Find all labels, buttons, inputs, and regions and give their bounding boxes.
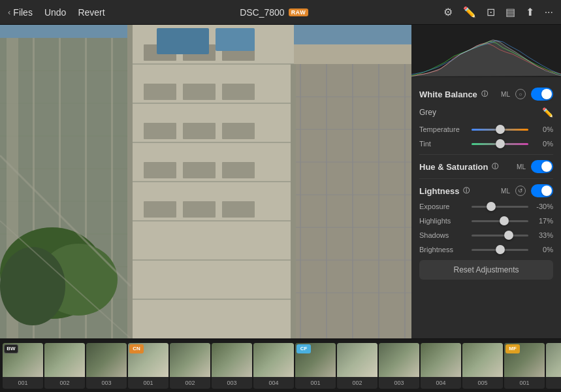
svg-rect-29: [144, 84, 176, 100]
film-thumb: [170, 343, 210, 377]
film-label: 003: [379, 377, 419, 389]
white-balance-title: White Balance: [419, 90, 477, 99]
svg-rect-34: [222, 123, 255, 139]
list-item[interactable]: 002: [170, 343, 210, 389]
shadows-slider[interactable]: [472, 230, 528, 240]
more-icon[interactable]: ···: [545, 7, 553, 18]
exposure-label: Exposure: [419, 203, 466, 210]
exposure-thumb[interactable]: [487, 202, 496, 211]
white-balance-header: White Balance ⓘ ML ○: [419, 88, 553, 101]
lightness-controls: ML ↺: [501, 184, 553, 197]
shadows-thumb[interactable]: [504, 231, 513, 240]
hue-saturation-toggle[interactable]: [531, 160, 553, 173]
list-item[interactable]: CN 001: [128, 343, 168, 389]
files-button[interactable]: ‹ Files: [8, 7, 33, 18]
white-balance-circle-icon[interactable]: ○: [515, 89, 526, 99]
list-item[interactable]: 002: [337, 343, 377, 389]
film-thumb: [546, 343, 561, 377]
list-item[interactable]: 002: [546, 343, 561, 389]
list-item[interactable]: 002: [44, 343, 85, 389]
white-balance-toggle[interactable]: [531, 88, 553, 101]
list-item[interactable]: 003: [379, 343, 419, 389]
highlights-track: [472, 220, 528, 222]
list-item[interactable]: 004: [421, 343, 461, 389]
white-balance-info-icon[interactable]: ⓘ: [481, 90, 488, 99]
list-item[interactable]: 003: [212, 343, 252, 389]
topbar-left: ‹ Files Undo Revert: [8, 7, 105, 18]
raw-badge: RAW: [289, 8, 309, 16]
main-area: White Balance ⓘ ML ○ Grey ✏️ Temperature: [0, 25, 561, 338]
svg-rect-61: [291, 64, 296, 338]
list-item[interactable]: 004: [253, 343, 294, 389]
tint-row: Tint 0%: [419, 139, 553, 149]
film-badge-cn: CN: [129, 344, 144, 353]
svg-rect-35: [144, 162, 176, 178]
white-balance-controls: ML ○: [501, 88, 553, 101]
film-badge-cf: CF: [297, 344, 311, 353]
film-label: 002: [546, 377, 561, 389]
hue-saturation-title: Hue & Saturation: [419, 162, 488, 172]
photo-area: [0, 25, 411, 338]
svg-rect-36: [183, 162, 216, 178]
film-thumb: [44, 343, 85, 377]
lightness-toggle[interactable]: [531, 184, 553, 197]
film-thumb: [337, 343, 377, 377]
shadows-track: [472, 235, 528, 237]
film-label: 001: [3, 377, 43, 389]
film-thumb: BW: [3, 343, 43, 377]
film-badge-mf: MF: [505, 344, 520, 353]
list-item[interactable]: 005: [462, 343, 503, 389]
exposure-slider[interactable]: [472, 201, 528, 212]
film-thumb: [212, 343, 252, 377]
shadows-value: 33%: [534, 231, 553, 239]
brightness-thumb[interactable]: [496, 245, 505, 254]
divider-2: [419, 178, 553, 179]
list-item[interactable]: 003: [86, 343, 127, 389]
film-thumb: CF: [295, 343, 336, 377]
share-icon[interactable]: ⬆: [526, 6, 534, 18]
crop-icon[interactable]: ⊡: [487, 6, 495, 18]
tint-label: Tint: [419, 140, 466, 148]
svg-rect-38: [144, 201, 176, 218]
shadows-label: Shadows: [419, 231, 466, 239]
photo-svg: [0, 25, 411, 338]
tint-track: [472, 143, 528, 145]
list-item[interactable]: BW 001: [3, 343, 43, 389]
histogram-svg: [411, 25, 561, 77]
filename: DSC_7800: [240, 7, 285, 18]
film-label: 002: [337, 377, 377, 389]
exposure-row: Exposure -30%: [419, 201, 553, 212]
divider-1: [419, 154, 553, 155]
temperature-slider[interactable]: [472, 124, 528, 135]
histogram: [411, 25, 561, 77]
pen-icon[interactable]: ✏️: [463, 6, 476, 18]
adjustments-icon[interactable]: ▤: [505, 6, 515, 18]
brightness-row: Brightness 0%: [419, 244, 553, 255]
film-thumb: MF: [504, 343, 545, 377]
white-balance-title-group: White Balance ⓘ: [419, 90, 488, 99]
film-thumb: [86, 343, 127, 377]
reset-adjustments-button[interactable]: Reset Adjustments: [419, 260, 553, 280]
highlights-thumb[interactable]: [500, 216, 509, 225]
hue-saturation-info-icon[interactable]: ⓘ: [492, 162, 498, 171]
tools-icon[interactable]: ⚙: [443, 6, 453, 18]
temperature-thumb[interactable]: [496, 125, 505, 134]
eyedropper-icon[interactable]: ✏️: [542, 107, 553, 118]
tint-slider[interactable]: [472, 139, 528, 149]
lightness-info-icon[interactable]: ⓘ: [463, 186, 470, 195]
temperature-track: [472, 129, 528, 131]
files-label: Files: [13, 7, 33, 18]
list-item[interactable]: MF 001: [504, 343, 545, 389]
tint-thumb[interactable]: [496, 139, 505, 148]
svg-rect-39: [183, 201, 216, 218]
highlights-slider[interactable]: [472, 216, 528, 226]
film-thumb: CN: [128, 343, 168, 377]
undo-button[interactable]: Undo: [44, 7, 66, 18]
brightness-slider[interactable]: [472, 244, 528, 255]
lightness-reset-icon[interactable]: ↺: [515, 186, 526, 196]
revert-button[interactable]: Revert: [78, 7, 104, 18]
list-item[interactable]: CF 001: [295, 343, 336, 389]
film-label: 004: [253, 377, 294, 389]
svg-rect-30: [183, 84, 216, 100]
white-balance-ml: ML: [501, 91, 510, 98]
